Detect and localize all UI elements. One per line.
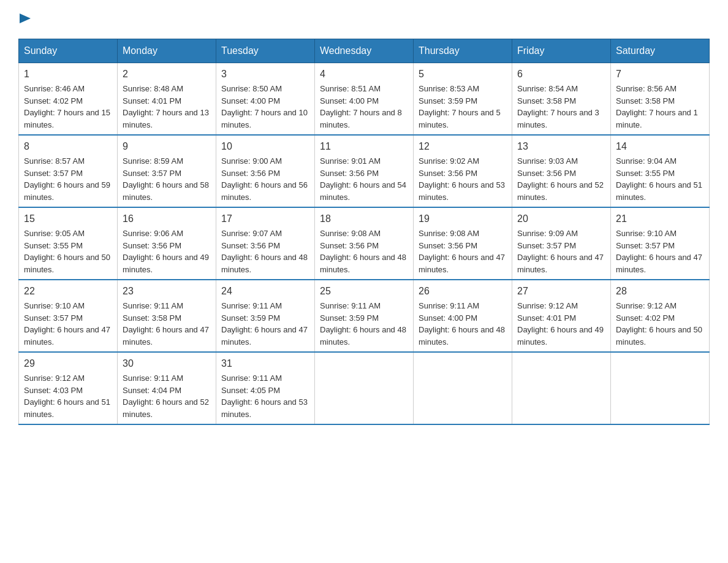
calendar-cell: 24Sunrise: 9:11 AMSunset: 3:59 PMDayligh… [216, 280, 315, 352]
day-number: 14 [616, 139, 704, 154]
sunset: Sunset: 3:59 PM [320, 313, 379, 323]
calendar-cell: 13Sunrise: 9:03 AMSunset: 3:56 PMDayligh… [512, 135, 611, 207]
daylight: Daylight: 6 hours and 49 minutes. [517, 325, 604, 347]
day-number: 17 [221, 212, 309, 226]
logo [18, 12, 31, 26]
sunset: Sunset: 3:59 PM [419, 96, 477, 105]
daylight: Daylight: 6 hours and 59 minutes. [24, 180, 110, 202]
daylight: Daylight: 7 hours and 10 minutes. [221, 108, 308, 129]
daylight: Daylight: 6 hours and 47 minutes. [123, 325, 209, 347]
sunrise: Sunrise: 9:08 AM [419, 229, 479, 238]
calendar-cell: 21Sunrise: 9:10 AMSunset: 3:57 PMDayligh… [611, 207, 710, 280]
day-number: 4 [320, 67, 408, 82]
day-number: 26 [419, 284, 507, 299]
sunset: Sunset: 3:57 PM [616, 241, 675, 250]
daylight: Daylight: 7 hours and 13 minutes. [123, 108, 209, 129]
sunset: Sunset: 3:59 PM [221, 313, 280, 323]
sunset: Sunset: 4:00 PM [419, 313, 477, 323]
day-number: 22 [24, 284, 112, 299]
day-number: 10 [221, 139, 309, 154]
sunrise: Sunrise: 8:54 AM [517, 84, 578, 93]
sunset: Sunset: 3:55 PM [616, 169, 675, 178]
daylight: Daylight: 6 hours and 53 minutes. [221, 397, 308, 419]
sunrise: Sunrise: 9:12 AM [616, 301, 677, 310]
sunset: Sunset: 3:56 PM [221, 241, 280, 250]
day-number: 19 [419, 212, 507, 226]
day-number: 30 [123, 356, 211, 371]
sunrise: Sunrise: 9:11 AM [419, 301, 479, 310]
sunset: Sunset: 4:01 PM [517, 313, 576, 323]
daylight: Daylight: 6 hours and 47 minutes. [221, 325, 308, 347]
sunset: Sunset: 3:58 PM [123, 313, 181, 323]
calendar-cell: 17Sunrise: 9:07 AMSunset: 3:56 PMDayligh… [216, 207, 315, 280]
sunset: Sunset: 3:57 PM [123, 169, 181, 178]
calendar-week-1: 1Sunrise: 8:46 AMSunset: 4:02 PMDaylight… [19, 63, 710, 136]
page-header [18, 12, 710, 26]
day-number: 3 [221, 67, 309, 82]
sunset: Sunset: 4:00 PM [320, 96, 379, 105]
sunrise: Sunrise: 9:11 AM [221, 301, 282, 310]
daylight: Daylight: 6 hours and 54 minutes. [320, 180, 406, 202]
daylight: Daylight: 6 hours and 58 minutes. [123, 180, 209, 202]
calendar-cell: 12Sunrise: 9:02 AMSunset: 3:56 PMDayligh… [414, 135, 512, 207]
calendar-cell: 15Sunrise: 9:05 AMSunset: 3:55 PMDayligh… [19, 207, 118, 280]
calendar-cell: 2Sunrise: 8:48 AMSunset: 4:01 PMDaylight… [118, 63, 216, 136]
sunrise: Sunrise: 9:11 AM [123, 373, 183, 383]
calendar-cell: 27Sunrise: 9:12 AMSunset: 4:01 PMDayligh… [512, 280, 611, 352]
sunset: Sunset: 3:56 PM [419, 169, 477, 178]
calendar-cell: 23Sunrise: 9:11 AMSunset: 3:58 PMDayligh… [118, 280, 216, 352]
calendar-cell: 3Sunrise: 8:50 AMSunset: 4:00 PMDaylight… [216, 63, 315, 136]
daylight: Daylight: 6 hours and 47 minutes. [419, 253, 505, 274]
sunset: Sunset: 3:56 PM [419, 241, 477, 250]
header-wednesday: Wednesday [315, 39, 414, 63]
sunset: Sunset: 4:01 PM [123, 96, 181, 105]
sunset: Sunset: 3:56 PM [320, 241, 379, 250]
daylight: Daylight: 6 hours and 56 minutes. [221, 180, 308, 202]
day-number: 2 [123, 67, 211, 82]
daylight: Daylight: 6 hours and 49 minutes. [123, 253, 209, 274]
day-number: 5 [419, 67, 507, 82]
daylight: Daylight: 6 hours and 48 minutes. [320, 253, 406, 274]
sunrise: Sunrise: 9:06 AM [123, 229, 183, 238]
calendar-cell: 9Sunrise: 8:59 AMSunset: 3:57 PMDaylight… [118, 135, 216, 207]
day-number: 18 [320, 212, 408, 226]
day-number: 21 [616, 212, 704, 226]
sunset: Sunset: 4:05 PM [221, 386, 280, 395]
calendar-cell [512, 352, 611, 424]
sunrise: Sunrise: 8:51 AM [320, 84, 381, 93]
day-number: 1 [24, 67, 112, 82]
calendar-cell: 7Sunrise: 8:56 AMSunset: 3:58 PMDaylight… [611, 63, 710, 136]
calendar-cell: 19Sunrise: 9:08 AMSunset: 3:56 PMDayligh… [414, 207, 512, 280]
daylight: Daylight: 7 hours and 8 minutes. [320, 108, 402, 129]
daylight: Daylight: 7 hours and 3 minutes. [517, 108, 599, 129]
calendar-cell: 22Sunrise: 9:10 AMSunset: 3:57 PMDayligh… [19, 280, 118, 352]
sunrise: Sunrise: 9:11 AM [123, 301, 183, 310]
calendar-cell: 10Sunrise: 9:00 AMSunset: 3:56 PMDayligh… [216, 135, 315, 207]
daylight: Daylight: 6 hours and 48 minutes. [419, 325, 505, 347]
daylight: Daylight: 6 hours and 47 minutes. [616, 253, 702, 274]
daylight: Daylight: 7 hours and 15 minutes. [24, 108, 110, 129]
logo-arrow-icon [20, 12, 31, 26]
sunrise: Sunrise: 9:12 AM [517, 301, 578, 310]
header-monday: Monday [118, 39, 216, 63]
day-number: 9 [123, 139, 211, 154]
daylight: Daylight: 6 hours and 47 minutes. [517, 253, 604, 274]
sunrise: Sunrise: 9:10 AM [616, 229, 677, 238]
day-number: 11 [320, 139, 408, 154]
calendar-week-3: 15Sunrise: 9:05 AMSunset: 3:55 PMDayligh… [19, 207, 710, 280]
sunset: Sunset: 3:58 PM [517, 96, 576, 105]
calendar-cell [315, 352, 414, 424]
day-number: 24 [221, 284, 309, 299]
calendar-cell: 14Sunrise: 9:04 AMSunset: 3:55 PMDayligh… [611, 135, 710, 207]
sunrise: Sunrise: 9:12 AM [24, 373, 85, 383]
calendar-cell: 31Sunrise: 9:11 AMSunset: 4:05 PMDayligh… [216, 352, 315, 424]
sunrise: Sunrise: 8:48 AM [123, 84, 183, 93]
daylight: Daylight: 6 hours and 53 minutes. [419, 180, 505, 202]
daylight: Daylight: 6 hours and 51 minutes. [616, 180, 702, 202]
calendar-cell: 8Sunrise: 8:57 AMSunset: 3:57 PMDaylight… [19, 135, 118, 207]
calendar-cell: 1Sunrise: 8:46 AMSunset: 4:02 PMDaylight… [19, 63, 118, 136]
calendar-week-2: 8Sunrise: 8:57 AMSunset: 3:57 PMDaylight… [19, 135, 710, 207]
sunrise: Sunrise: 9:05 AM [24, 229, 85, 238]
day-number: 25 [320, 284, 408, 299]
calendar-cell [611, 352, 710, 424]
